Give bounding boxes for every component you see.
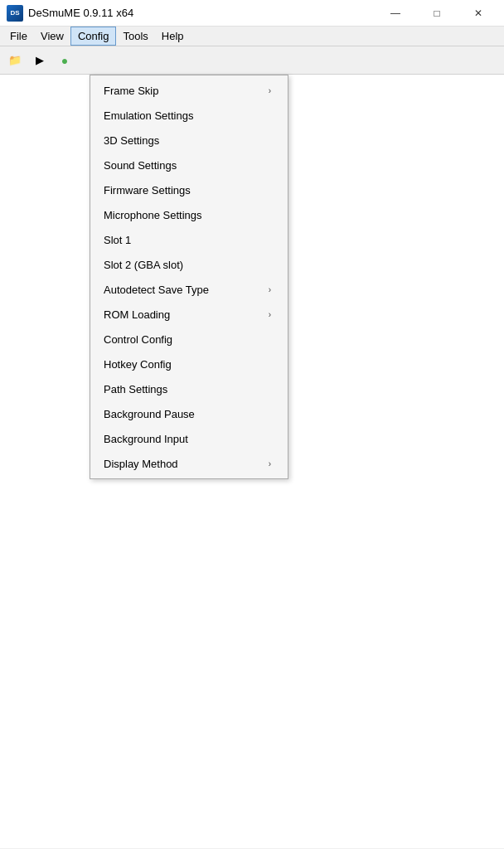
menu-background-input[interactable]: Background Input	[90, 426, 288, 451]
window-title: DeSmuME 0.9.11 x64	[28, 7, 133, 19]
menu-control-config[interactable]: Control Config	[90, 327, 288, 352]
menu-item-tools[interactable]: Tools	[116, 27, 154, 46]
play-icon: ▶	[36, 54, 44, 66]
arrow-icon: ›	[269, 285, 271, 294]
toolbar: 📁 ▶ ●	[0, 46, 504, 75]
arrow-icon: ›	[269, 459, 271, 468]
app-icon-text: DS	[10, 9, 19, 17]
menu-item-view[interactable]: View	[34, 27, 70, 46]
toolbar-circle-button[interactable]: ●	[53, 49, 76, 72]
menu-background-pause[interactable]: Background Pause	[90, 401, 288, 426]
maximize-button[interactable]: □	[418, 0, 456, 27]
menu-sound-settings[interactable]: Sound Settings	[90, 153, 288, 177]
minimize-button[interactable]: —	[376, 0, 414, 27]
menu-item-help[interactable]: Help	[155, 27, 191, 46]
menu-hotkey-config[interactable]: Hotkey Config	[90, 352, 288, 376]
title-bar: DS DeSmuME 0.9.11 x64 — □ ✕	[0, 0, 504, 27]
toolbar-play-button[interactable]: ▶	[28, 49, 51, 72]
menu-bar: File View Config Tools Help	[0, 27, 504, 46]
arrow-icon: ›	[269, 86, 271, 95]
menu-rom-loading[interactable]: ROM Loading ›	[90, 302, 288, 327]
menu-3d-settings[interactable]: 3D Settings	[90, 128, 288, 153]
menu-path-settings[interactable]: Path Settings	[90, 376, 288, 401]
menu-microphone-settings[interactable]: Microphone Settings	[90, 202, 288, 227]
title-bar-controls: — □ ✕	[376, 0, 497, 27]
menu-emulation-settings[interactable]: Emulation Settings	[90, 103, 288, 128]
app-icon: DS	[7, 5, 23, 22]
circle-icon: ●	[61, 54, 68, 67]
close-button[interactable]: ✕	[459, 0, 497, 27]
menu-item-file[interactable]: File	[3, 27, 34, 46]
menu-autodetect-save-type[interactable]: Autodetect Save Type ›	[90, 277, 288, 302]
menu-slot-2[interactable]: Slot 2 (GBA slot)	[90, 252, 288, 277]
menu-frame-skip[interactable]: Frame Skip ›	[90, 78, 288, 103]
folder-icon: 📁	[8, 54, 22, 66]
menu-item-config[interactable]: Config	[70, 27, 117, 46]
main-content: Frame Skip › Emulation Settings 3D Setti…	[0, 75, 504, 848]
menu-display-method[interactable]: Display Method ›	[90, 451, 288, 476]
toolbar-folder-button[interactable]: 📁	[3, 49, 27, 72]
menu-slot-1[interactable]: Slot 1	[90, 227, 288, 252]
title-bar-left: DS DeSmuME 0.9.11 x64	[7, 5, 133, 22]
config-dropdown-menu: Frame Skip › Emulation Settings 3D Setti…	[90, 75, 288, 479]
arrow-icon: ›	[269, 310, 271, 319]
menu-firmware-settings[interactable]: Firmware Settings	[90, 177, 288, 202]
